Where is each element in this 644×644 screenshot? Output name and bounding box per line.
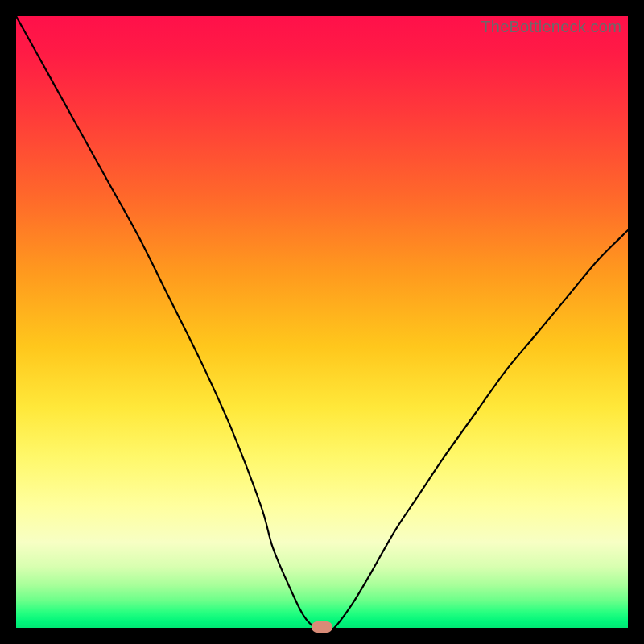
chart-frame: TheBottleneck.com — [0, 0, 644, 644]
optimum-marker — [312, 621, 332, 633]
plot-area: TheBottleneck.com — [16, 16, 628, 628]
watermark-text: TheBottleneck.com — [481, 18, 621, 36]
bottleneck-curve — [16, 16, 628, 628]
